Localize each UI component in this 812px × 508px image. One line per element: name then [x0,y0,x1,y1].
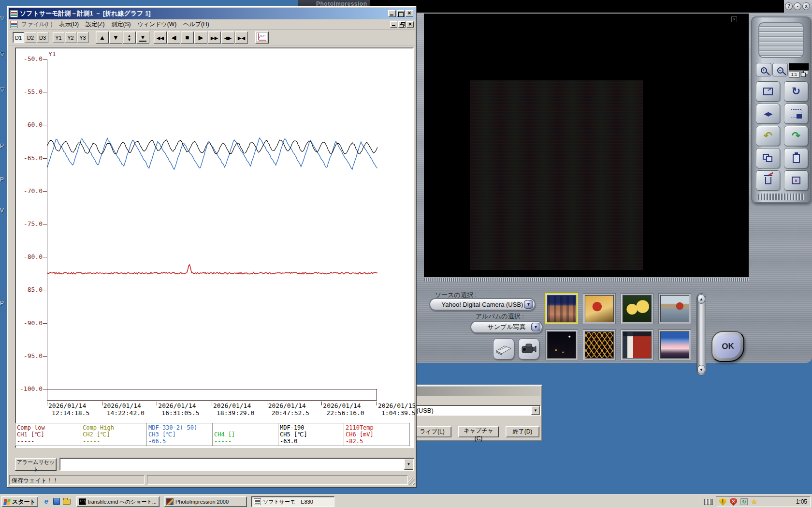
scroll-down-button[interactable]: ▼ [109,31,122,44]
desktop-icon-fragment[interactable]: P [0,176,7,183]
step-forward-button[interactable]: ▶ [194,31,207,44]
dialog-button-2[interactable]: キャプチャ(C) [458,426,499,437]
mdi-minimize-button[interactable] [390,21,397,28]
help-button[interactable]: ? [785,2,793,10]
keyboard-layout-icon[interactable] [704,499,713,505]
alarm-reset-button[interactable]: アラームリセット [15,458,57,471]
dialog-button-3[interactable]: 終了(D) [506,426,539,437]
resize-grip[interactable] [408,478,415,485]
photo-thumbnail-lighthouse-ship[interactable] [621,329,653,360]
photo-thumbnail-sunset-clouds[interactable] [658,329,691,360]
preview-close-icon[interactable]: × [731,16,737,22]
toolbar-y3-button[interactable]: Y3 [77,32,88,43]
mdi-child-icon[interactable] [10,21,18,28]
desktop-icon-fragment[interactable]: ▽ [0,86,7,93]
menu-help[interactable]: ヘルプ(H) [180,19,213,30]
cascade-windows-icon[interactable] [801,71,809,78]
taskbar-task-1[interactable]: transfile.cmd へのショート... [76,496,160,507]
compress-horizontal-button[interactable]: ▶◀ [235,31,248,44]
rotate-button[interactable]: ↻ [784,81,808,102]
expand-horizontal-button[interactable]: ◀▶ [221,31,234,44]
minimize-button[interactable]: - [794,2,801,10]
chevron-down-icon[interactable]: ▼ [404,459,413,470]
desktop-icon-fragment[interactable]: V [0,207,7,214]
titlebar[interactable]: ソフトサーモ計測－計測1 － [折れ線グラフ 1] [9,8,415,19]
chevron-down-icon[interactable]: ▼ [524,300,533,309]
photo-thumbnail-rock-spires[interactable] [545,293,578,324]
mdi-close-button[interactable] [406,21,414,28]
desktop-icon-fragment[interactable]: ▽ [0,50,7,57]
time-range-box[interactable] [47,389,377,401]
alarm-message-combobox[interactable]: ▼ [59,458,414,471]
star-icon[interactable]: ★ [751,498,757,506]
security-warning-icon[interactable]: ! [719,498,726,506]
security-alert-icon[interactable]: × [730,498,737,506]
source-select-value: Yahoo! Digital Camera (USB) [430,301,535,308]
graph-settings-button[interactable] [255,31,269,44]
menu-view[interactable]: 表示(D) [56,19,82,30]
photo-thumbnail-harbor-town[interactable] [658,293,691,324]
desktop-icon-fragment[interactable]: P [0,300,7,307]
taskbar-task-2[interactable]: PhotoImpression 2000 [164,496,247,507]
palette-grip[interactable] [758,22,804,58]
chevron-down-icon[interactable]: ▼ [531,323,540,331]
scroll-down-arrow[interactable]: ▼ [697,365,705,374]
stop-button[interactable]: ■ [181,31,194,44]
toolbar-d2-button[interactable]: D2 [25,32,36,43]
folder-icon[interactable] [63,499,71,505]
thumbnail-scrollbar[interactable]: ▲ ▼ [696,293,706,375]
dialog-button-1[interactable]: ライブ(L) [413,426,451,437]
fast-forward-button[interactable]: ▶▶ [208,31,221,44]
flip-button[interactable]: ◀|▶ [756,104,780,124]
start-button[interactable]: スタート [1,496,38,507]
copy-button[interactable] [756,148,780,168]
maximize-button[interactable] [397,10,405,17]
menu-window[interactable]: ウィンドウ(W) [134,19,180,30]
rewind-button[interactable]: ◀◀ [154,31,167,44]
menu-file[interactable]: ファイル(F) [18,19,56,30]
desktop-icon-fragment[interactable]: ▽ [0,15,7,21]
taskbar-task-3[interactable]: ソフトサーモ E830 [251,496,334,507]
camera-button[interactable] [518,338,539,359]
toolbar-y2-button[interactable]: Y2 [65,32,76,43]
toolbar-d1-button[interactable]: D1 [13,32,24,43]
internet-explorer-icon[interactable]: e [43,497,50,505]
undo-button[interactable]: ↶ [756,126,780,146]
scroll-up-button[interactable]: ▲ [96,31,109,44]
paste-button[interactable] [784,148,808,168]
toolbar-d3-button[interactable]: D3 [37,32,48,43]
update-icon[interactable]: ↻ [740,498,748,505]
delete-button[interactable] [756,170,780,191]
x-tick-date: 2026/01/15 [378,402,416,409]
resize-button[interactable]: ↗ [756,81,780,102]
photo-thumbnail-cardinal-bird[interactable] [583,293,616,324]
close-image-button[interactable]: × [784,170,808,191]
source-select-dropdown[interactable]: Yahoo! Digital Camera (USB) ▼ [429,298,536,311]
zoom-in-button[interactable]: + [756,63,771,76]
album-select-dropdown[interactable]: サンプル写真 ▼ [470,321,543,333]
photo-thumbnail-night-city[interactable] [545,329,578,360]
ok-button[interactable]: OK [711,331,744,362]
close-button[interactable]: x [802,2,810,10]
scanner-button[interactable] [493,338,514,359]
menu-settings[interactable]: 設定(Z) [82,19,108,30]
chevron-down-icon[interactable]: ▼ [531,406,540,415]
crop-rotate-button[interactable] [784,104,808,124]
toolbar-y1-button[interactable]: Y1 [53,32,64,43]
photo-thumbnail-gold-weave[interactable] [583,329,616,360]
clock[interactable]: 1:05 [796,498,807,505]
zoom-out-button[interactable]: − [772,63,788,76]
photo-thumbnail-yellow-flowers[interactable] [621,293,653,324]
compress-vertical-button[interactable]: ▼ [136,31,149,44]
close-button[interactable] [406,10,413,17]
step-back-button[interactable]: ◀ [167,31,180,44]
actual-size-button[interactable]: 1:1 [789,72,799,78]
mdi-restore-button[interactable] [398,21,406,28]
redo-button[interactable]: ↷ [784,126,808,146]
mail-icon[interactable] [53,498,60,505]
desktop-icon-fragment[interactable]: P [0,143,7,149]
minimize-button[interactable] [388,10,396,17]
expand-vertical-button[interactable]: ▲▼ [123,31,136,44]
menu-measure[interactable]: 測定(S) [108,19,134,30]
scroll-up-arrow[interactable]: ▲ [697,294,705,304]
